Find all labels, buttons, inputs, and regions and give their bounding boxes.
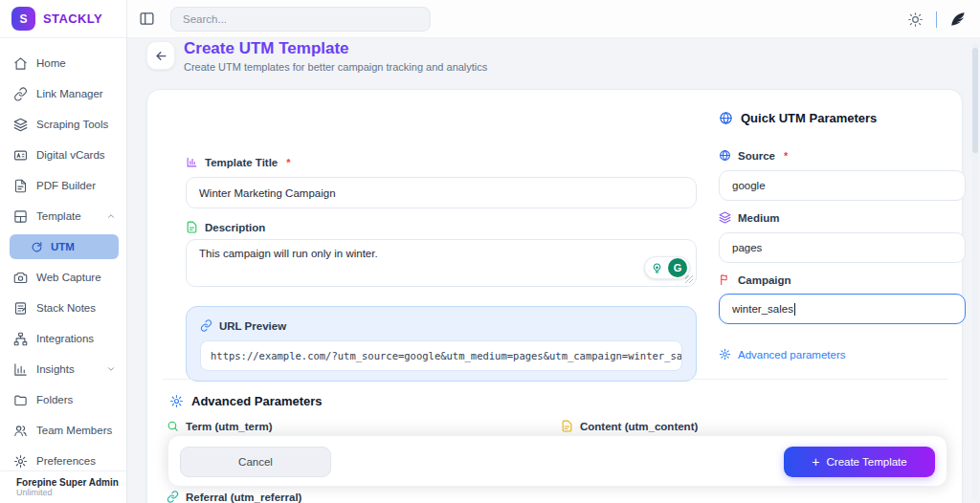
layers-icon <box>13 118 28 132</box>
sidebar-item-label: Integrations <box>36 333 94 344</box>
source-label: Source * <box>719 149 788 162</box>
sidebar-item-label: Folders <box>36 394 73 405</box>
topbar-divider <box>936 11 938 28</box>
brand-logo-letter: S <box>19 12 27 26</box>
required-asterisk: * <box>286 157 290 168</box>
gear-icon <box>13 454 28 469</box>
url-preview-value: https://example.com/?utm_source=google&u… <box>200 340 682 371</box>
main-content: Create UTM Template Create UTM templates… <box>127 38 980 503</box>
sidebar: S STACKLY Home Link Manager Scraping Too… <box>0 0 127 503</box>
sidebar-item-team-members[interactable]: Team Members <box>0 415 126 446</box>
sidebar-item-label: Insights <box>36 363 75 375</box>
sidebar-subitem-label: UTM <box>51 241 75 252</box>
quick-utm-heading: Quick UTM Parameters <box>719 111 877 125</box>
sidebar-item-home[interactable]: Home <box>0 48 126 78</box>
back-button[interactable] <box>146 41 175 70</box>
grammarly-widget[interactable]: G <box>644 256 690 279</box>
sidebar-item-label: Stack Notes <box>36 302 96 314</box>
grammarly-g-icon[interactable]: G <box>668 258 687 277</box>
page-title: Create UTM Template <box>184 39 349 58</box>
link-icon <box>167 491 179 503</box>
notes-icon <box>13 301 28 316</box>
globe-icon <box>719 111 733 125</box>
forepine-logo-icon[interactable] <box>949 11 967 28</box>
template-grid-icon <box>13 209 28 224</box>
sidebar-item-label: Link Manager <box>36 88 103 99</box>
sidebar-item-web-capture[interactable]: Web Capture <box>0 262 126 293</box>
sidebar-item-label: Digital vCards <box>36 149 105 161</box>
sidebar-item-digital-vcards[interactable]: Digital vCards <box>0 140 126 170</box>
sidebar-nav: Home Link Manager Scraping Tools Digital… <box>0 38 126 476</box>
user-name: Forepine Super Admin <box>16 477 119 488</box>
sidebar-item-scraping-tools[interactable]: Scraping Tools <box>0 109 126 140</box>
sidebar-item-label: Scraping Tools <box>36 119 108 130</box>
page-scrollbar[interactable] <box>972 42 978 499</box>
utm-circular-arrow-icon <box>31 241 43 253</box>
description-label: Description <box>186 221 265 233</box>
medium-input[interactable] <box>719 232 966 263</box>
sidebar-item-integrations[interactable]: Integrations <box>0 323 126 354</box>
chart-icon <box>186 156 198 168</box>
url-preview-panel: URL Preview https://example.com/?utm_sou… <box>186 306 697 382</box>
topbar <box>127 0 980 38</box>
required-asterisk: * <box>784 150 788 162</box>
brand-logo[interactable]: S <box>11 7 35 31</box>
users-icon <box>13 424 28 438</box>
brand-row: S STACKLY <box>0 0 126 38</box>
hierarchy-icon <box>13 332 28 346</box>
sidebar-item-stack-notes[interactable]: Stack Notes <box>0 293 126 323</box>
layers-icon <box>719 211 731 224</box>
template-title-input[interactable] <box>186 177 697 208</box>
cancel-button[interactable]: Cancel <box>180 447 331 477</box>
vcard-icon <box>13 148 28 163</box>
search-icon <box>167 420 179 432</box>
search-input[interactable] <box>170 7 431 32</box>
brand-name: STACKLY <box>43 11 102 26</box>
gear-icon <box>719 348 731 361</box>
campaign-label: Campaign <box>719 273 791 286</box>
sidebar-item-pdf-builder[interactable]: PDF Builder <box>0 170 126 201</box>
sidebar-item-label: Home <box>36 57 66 69</box>
text-cursor <box>794 303 795 316</box>
sidebar-item-label: Preferences <box>36 455 96 467</box>
sidebar-subitem-utm[interactable]: UTM <box>10 234 119 259</box>
sidebar-item-template[interactable]: Template <box>0 201 126 231</box>
template-title-label: Template Title * <box>186 156 291 168</box>
chevron-down-icon <box>106 364 116 374</box>
arrow-left-icon <box>154 49 168 63</box>
sidebar-item-link-manager[interactable]: Link Manager <box>0 78 126 109</box>
sidebar-toggle-icon[interactable] <box>139 11 155 27</box>
theme-toggle-sun-icon[interactable] <box>907 11 924 28</box>
referral-label: Referral (utm_referral) <box>167 491 301 503</box>
create-template-button[interactable]: + Create Template <box>784 447 935 477</box>
sidebar-item-label: PDF Builder <box>36 180 96 191</box>
description-textarea[interactable]: This campaign will run only in winter. G <box>186 239 697 287</box>
sidebar-item-label: Team Members <box>36 425 112 436</box>
campaign-input[interactable]: winter_sales <box>719 294 966 324</box>
textarea-resize-handle[interactable] <box>685 275 693 283</box>
grammarly-suggestion-bulb-icon[interactable] <box>647 258 666 277</box>
flag-icon <box>719 273 731 286</box>
workspace-user[interactable]: Forepine Super Admin Unlimited <box>0 470 126 503</box>
campaign-value: winter_sales <box>732 303 793 315</box>
source-input[interactable] <box>719 170 966 201</box>
globe-icon <box>719 149 731 162</box>
plus-icon: + <box>812 455 819 469</box>
folder-icon <box>13 393 28 407</box>
file-text-icon <box>561 420 573 432</box>
advanced-parameters-link[interactable]: Advanced parameters <box>719 348 846 361</box>
advanced-parameters-heading: Advanced Parameters <box>169 394 323 408</box>
url-preview-label: URL Preview <box>200 319 682 332</box>
topbar-right <box>907 0 968 38</box>
link-icon <box>13 87 28 101</box>
file-icon <box>13 179 28 193</box>
scrollbar-thumb[interactable] <box>972 48 978 153</box>
term-label: Term (utm_term) <box>167 420 273 432</box>
sidebar-item-folders[interactable]: Folders <box>0 384 126 415</box>
sidebar-item-insights[interactable]: Insights <box>0 354 126 384</box>
content-label: Content (utm_content) <box>561 420 698 432</box>
page-subtitle: Create UTM templates for better campaign… <box>184 61 487 73</box>
user-plan: Unlimited <box>16 488 119 497</box>
medium-label: Medium <box>719 211 779 224</box>
home-icon <box>13 56 28 71</box>
